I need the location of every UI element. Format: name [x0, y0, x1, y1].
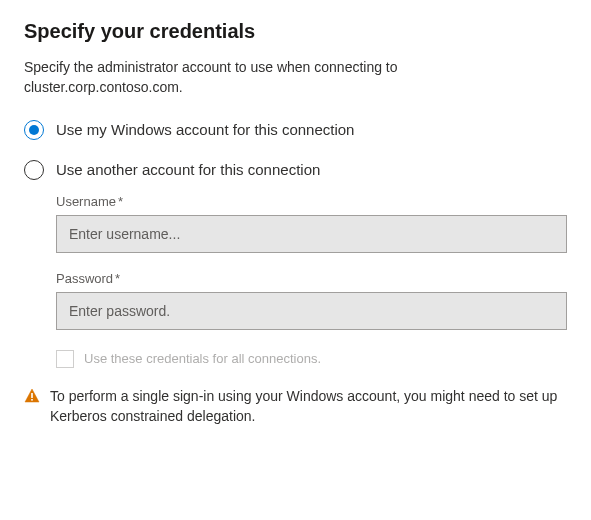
checkbox-label: Use these credentials for all connection…	[84, 351, 321, 366]
checkbox-icon	[56, 350, 74, 368]
credentials-form: Username * Password * Use these credenti…	[24, 194, 567, 368]
username-field[interactable]	[56, 215, 567, 253]
radio-button-icon	[24, 160, 44, 180]
radio-label-windows: Use my Windows account for this connecti…	[56, 121, 354, 138]
password-field[interactable]	[56, 292, 567, 330]
radio-another-account[interactable]: Use another account for this connection	[24, 160, 567, 180]
radio-button-icon	[24, 120, 44, 140]
username-label: Username *	[56, 194, 567, 209]
svg-rect-1	[31, 399, 33, 401]
warning-text: To perform a single sign-in using your W…	[50, 386, 567, 427]
warning-icon	[24, 388, 40, 408]
required-asterisk: *	[118, 194, 123, 209]
required-asterisk: *	[115, 271, 120, 286]
password-label: Password *	[56, 271, 567, 286]
username-label-text: Username	[56, 194, 116, 209]
radio-windows-account[interactable]: Use my Windows account for this connecti…	[24, 120, 567, 140]
password-label-text: Password	[56, 271, 113, 286]
page-title: Specify your credentials	[24, 20, 567, 43]
reuse-credentials-checkbox[interactable]: Use these credentials for all connection…	[56, 350, 567, 368]
warning-message: To perform a single sign-in using your W…	[24, 386, 567, 427]
page-description: Specify the administrator account to use…	[24, 57, 514, 98]
svg-rect-0	[31, 393, 33, 398]
radio-label-other: Use another account for this connection	[56, 161, 320, 178]
